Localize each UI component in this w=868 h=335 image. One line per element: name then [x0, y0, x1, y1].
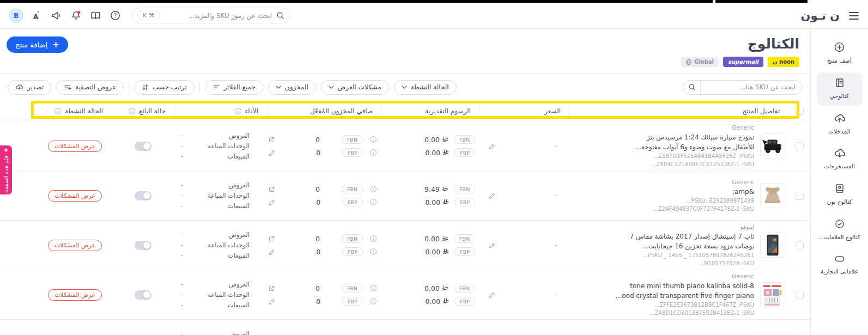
filter-active-status[interactable]: الحالة النشطة	[394, 80, 457, 95]
info-icon[interactable]	[369, 284, 377, 292]
fee-amount: 9.49	[424, 185, 440, 193]
guide-book-icon[interactable]	[89, 9, 102, 22]
sidebar-item-add-product[interactable]: أضف منتج	[817, 36, 863, 70]
export-button[interactable]: تصدير	[8, 80, 51, 95]
global-search-input[interactable]	[165, 12, 272, 20]
show-issues-button[interactable]: عرض المشكلات	[48, 190, 102, 202]
edit-price-icon[interactable]	[488, 291, 495, 299]
info-icon[interactable]	[54, 107, 62, 115]
help-icon[interactable]: ?	[108, 9, 122, 22]
edit-price-icon[interactable]	[488, 192, 495, 199]
sort-arrows-icon	[142, 83, 149, 91]
product-image[interactable]	[760, 133, 785, 159]
info-icon[interactable]	[234, 107, 242, 115]
top-black-strip	[715, 0, 808, 3]
sort-by-button[interactable]: ترتيب حسب	[134, 80, 194, 95]
sidebar-item-uploads[interactable]: المدخلات	[817, 108, 863, 141]
show-issues-button[interactable]: عرض المشكلات	[48, 141, 102, 152]
perf-label: العروض	[229, 330, 250, 335]
external-link-icon[interactable]	[268, 285, 275, 292]
info-icon[interactable]	[128, 107, 136, 115]
perf-label: الوحدات المباعة	[208, 192, 250, 199]
user-avatar[interactable]: B	[9, 8, 23, 23]
show-issues-button[interactable]: عرض المشكلات	[48, 289, 102, 301]
perf-value: -	[181, 231, 183, 239]
translate-icon[interactable]: A*	[30, 9, 43, 22]
seller-status-toggle[interactable]	[135, 191, 151, 200]
filter-views-button[interactable]: عروض التصفية	[56, 80, 124, 95]
info-icon[interactable]	[369, 198, 377, 206]
rate-page-ribbon[interactable]: ★ قيّم هذه الصفحة	[0, 145, 12, 194]
row-checkbox[interactable]	[796, 291, 804, 299]
sidebar-item-my-catalog[interactable]: كتالوجي	[817, 72, 863, 106]
edit-price-icon[interactable]	[488, 242, 495, 249]
fbn-tag: FBN	[342, 185, 363, 193]
info-icon[interactable]	[369, 297, 377, 305]
sidebar-item-exports[interactable]: المستخرجات	[817, 143, 863, 176]
product-title[interactable]: تاب 7 إسينشال إصدار 2017 بشاشة مقاس 7	[569, 232, 754, 241]
info-icon[interactable]	[369, 185, 377, 193]
external-link-icon[interactable]	[268, 186, 275, 193]
product-brand: Generic	[569, 272, 754, 281]
fbn-tag: FBN	[454, 135, 475, 144]
rate-page-label: قيّم هذه الصفحة	[3, 156, 9, 193]
sku-search[interactable]	[683, 80, 803, 95]
edit-stock-icon[interactable]	[268, 248, 275, 255]
info-icon[interactable]	[369, 235, 377, 242]
filter-all-filters[interactable]: جميع الفلاتر	[205, 80, 263, 95]
product-image[interactable]	[760, 282, 785, 307]
edit-stock-icon[interactable]	[268, 149, 275, 156]
sidebar-item-my-brands[interactable]: علاماتي التجارية	[817, 249, 863, 281]
row-checkbox[interactable]	[796, 142, 804, 150]
add-product-button[interactable]: + إضافة منتج	[7, 36, 68, 53]
table-row: Generic نموذج سيارة سبائك 1:24 مرسيدس بن…	[0, 121, 810, 170]
product-title[interactable]: بوصات مزود بسعة تخزين 16 جيجابايت...	[569, 241, 754, 251]
seller-status-toggle[interactable]	[135, 142, 151, 151]
product-title[interactable]: ...ood crystal transparent five-finger p…	[569, 291, 754, 301]
riyal-currency-icon	[442, 149, 449, 156]
noon-logo[interactable]: ن نـون	[801, 9, 840, 22]
menu-hamburger-icon[interactable]	[848, 11, 859, 20]
global-search[interactable]: K ⌘	[131, 8, 290, 23]
filter-listing-issues[interactable]: مشكلات العرض	[321, 80, 389, 95]
info-icon[interactable]	[369, 136, 377, 143]
search-icon[interactable]	[683, 81, 701, 94]
product-brand: Generic	[569, 124, 754, 132]
cloud-download-icon	[834, 148, 846, 159]
product-image[interactable]	[760, 183, 785, 208]
edit-stock-icon[interactable]	[268, 298, 275, 305]
cloud-upload-icon	[834, 113, 846, 124]
sidebar-item-noon-catalog[interactable]: كتالوج نون	[817, 178, 863, 211]
row-checkbox[interactable]	[796, 241, 804, 249]
product-title[interactable]: نموذج سيارة سبائك 1:24 مرسيدس بنز	[569, 132, 754, 142]
toggle-knob	[143, 242, 150, 249]
seller-status-toggle[interactable]	[135, 241, 151, 250]
edit-stock-icon[interactable]	[268, 199, 275, 206]
sidebar-item-brand-catalog[interactable]: كتالوج العلامات...	[817, 214, 863, 247]
select-all-checkbox[interactable]	[796, 107, 804, 115]
info-icon[interactable]	[369, 248, 377, 255]
divider	[129, 82, 129, 93]
external-link-icon[interactable]	[268, 136, 275, 143]
info-icon[interactable]	[369, 149, 377, 156]
catalog-table: تفاصيل المنتج السعر الرسوم التقديرية صاف…	[0, 101, 810, 335]
plus-circle-icon	[834, 41, 845, 53]
show-issues-button[interactable]: عرض المشكلات	[48, 240, 102, 251]
product-image[interactable]	[760, 233, 785, 258]
announcements-icon[interactable]	[50, 9, 63, 22]
riyal-currency-icon	[442, 248, 449, 255]
product-title[interactable]: للأطفال مع صوت وضوء و6 أبواب مفتوحة...	[569, 142, 754, 152]
fbp-tag: FBP	[454, 148, 475, 157]
edit-price-icon[interactable]	[488, 143, 495, 150]
product-title[interactable]: &amp;	[569, 187, 754, 197]
product-title[interactable]: tone mini thumb piano kalinba solid-8	[569, 281, 754, 291]
row-checkbox[interactable]	[796, 192, 804, 200]
notifications-bell-icon[interactable]	[69, 9, 82, 22]
product-image[interactable]	[760, 332, 785, 335]
external-link-icon[interactable]	[268, 235, 275, 242]
filter-inventory[interactable]: المخزون	[268, 80, 316, 95]
divider	[199, 82, 200, 93]
sku-search-input[interactable]	[701, 83, 802, 91]
seller-status-toggle[interactable]	[135, 290, 151, 300]
perf-label: المبيعات	[228, 202, 250, 210]
